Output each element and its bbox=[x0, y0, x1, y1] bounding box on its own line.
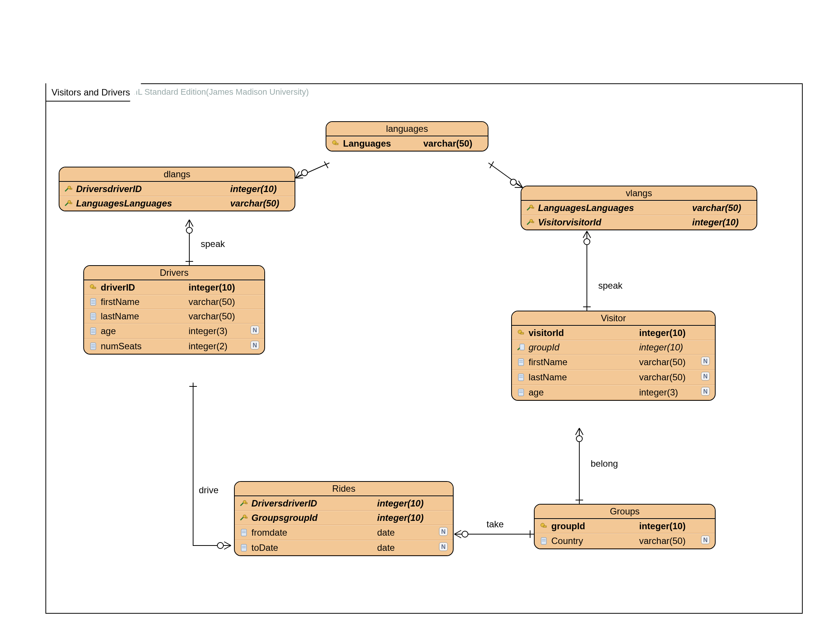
entity-languages[interactable]: languages Languages varchar(50) bbox=[326, 121, 489, 151]
pk-icon bbox=[330, 140, 341, 147]
col-name: groupId bbox=[551, 521, 639, 531]
col-name: driverID bbox=[101, 282, 188, 293]
entity-dlangs[interactable]: dlangs DriversdriverID integer(10) Langu… bbox=[59, 167, 295, 211]
entity-row: groupId integer(10) bbox=[512, 340, 715, 354]
col-name: Country bbox=[551, 536, 639, 546]
col-type: integer(10) bbox=[188, 282, 249, 293]
col-name: age bbox=[101, 326, 188, 336]
col-type: varchar(50) bbox=[188, 311, 249, 322]
entity-row: age integer(3) N bbox=[84, 324, 264, 339]
column-icon bbox=[516, 358, 526, 366]
col-type: varchar(50) bbox=[692, 203, 753, 213]
rel-label-speak-visitor: speak bbox=[598, 280, 622, 291]
rel-label-speak-drivers: speak bbox=[201, 239, 225, 249]
fk-icon bbox=[525, 204, 536, 212]
col-name: fromdate bbox=[251, 527, 377, 538]
entity-row: toDate date N bbox=[235, 540, 453, 555]
svg-rect-58 bbox=[245, 517, 247, 518]
svg-text:N: N bbox=[252, 342, 257, 349]
col-type: varchar(50) bbox=[230, 198, 291, 209]
col-type: varchar(50) bbox=[639, 372, 700, 383]
col-type: integer(3) bbox=[188, 326, 249, 336]
fk-icon bbox=[63, 200, 74, 207]
col-name: LanguagesLanguages bbox=[538, 203, 692, 213]
col-type: integer(10) bbox=[377, 512, 438, 523]
fk-column-icon bbox=[516, 343, 526, 351]
column-icon bbox=[238, 528, 249, 537]
nullable-icon: N bbox=[438, 542, 449, 554]
svg-rect-70 bbox=[544, 526, 547, 527]
entity-title: Rides bbox=[235, 482, 453, 496]
svg-rect-14 bbox=[532, 222, 534, 223]
svg-rect-12 bbox=[532, 207, 534, 208]
col-name: visitorId bbox=[529, 328, 639, 338]
svg-text:N: N bbox=[703, 537, 708, 543]
col-name: toDate bbox=[251, 543, 377, 553]
svg-rect-56 bbox=[245, 503, 247, 504]
entity-row: LanguagesLanguages varchar(50) bbox=[60, 196, 294, 211]
svg-rect-39 bbox=[520, 344, 524, 350]
svg-text:N: N bbox=[441, 528, 445, 535]
fk-icon bbox=[63, 185, 74, 193]
svg-text:N: N bbox=[703, 388, 708, 395]
entity-visitor[interactable]: Visitor visitorId integer(10) groupId in… bbox=[511, 311, 716, 401]
col-name: numSeats bbox=[101, 341, 188, 351]
entity-row: Languages varchar(50) bbox=[326, 136, 488, 151]
column-icon bbox=[88, 342, 98, 350]
col-type: integer(10) bbox=[230, 184, 291, 194]
column-icon bbox=[516, 388, 526, 397]
fk-icon bbox=[238, 500, 249, 507]
entity-row: driverID integer(10) bbox=[84, 280, 264, 295]
svg-text:N: N bbox=[703, 373, 708, 380]
entity-row: DriversdriverID integer(10) bbox=[235, 496, 453, 510]
entity-row: numSeats integer(2) N bbox=[84, 339, 264, 354]
nullable-icon: N bbox=[700, 387, 711, 398]
entity-row: VisitorvisitorId integer(10) bbox=[521, 215, 756, 230]
nullable-icon: N bbox=[249, 341, 261, 352]
entity-title: Groups bbox=[535, 505, 715, 519]
col-type: varchar(50) bbox=[639, 357, 700, 367]
col-name: Languages bbox=[343, 138, 423, 149]
entity-rides[interactable]: Rides DriversdriverID integer(10) Groups… bbox=[234, 481, 453, 556]
entity-row: DriversdriverID integer(10) bbox=[60, 182, 294, 196]
entity-row: LanguagesLanguages varchar(50) bbox=[521, 201, 756, 215]
col-type: varchar(50) bbox=[639, 536, 700, 546]
col-name: lastName bbox=[101, 311, 188, 322]
fk-icon bbox=[525, 219, 536, 226]
nullable-icon: N bbox=[700, 535, 711, 547]
col-name: firstName bbox=[529, 357, 639, 367]
entity-groups[interactable]: Groups groupId integer(10) Country varch… bbox=[534, 504, 716, 549]
svg-text:N: N bbox=[703, 358, 708, 364]
col-type: integer(10) bbox=[639, 521, 700, 531]
entity-title: vlangs bbox=[521, 187, 756, 201]
svg-rect-16 bbox=[93, 287, 96, 289]
pk-icon bbox=[88, 284, 98, 291]
entity-row: groupId integer(10) bbox=[535, 519, 715, 533]
entity-row: lastName varchar(50) bbox=[84, 309, 264, 324]
entity-row: lastName varchar(50) N bbox=[512, 370, 715, 385]
col-type: integer(3) bbox=[639, 387, 700, 398]
col-name: lastName bbox=[529, 372, 639, 383]
entity-title: languages bbox=[326, 122, 488, 136]
col-type: integer(10) bbox=[377, 498, 438, 509]
rel-label-belong: belong bbox=[591, 458, 618, 469]
entity-row: visitorId integer(10) bbox=[512, 326, 715, 340]
col-type: date bbox=[377, 543, 438, 553]
col-type: varchar(50) bbox=[423, 138, 484, 149]
entity-row: firstName varchar(50) N bbox=[512, 354, 715, 370]
entity-title: dlangs bbox=[60, 167, 294, 182]
entity-row: GroupsgroupId integer(10) bbox=[235, 510, 453, 525]
svg-text:N: N bbox=[252, 327, 257, 333]
nullable-icon: N bbox=[438, 527, 449, 538]
svg-text:N: N bbox=[441, 544, 445, 550]
column-icon bbox=[516, 373, 526, 382]
col-name: DriversdriverID bbox=[76, 184, 230, 194]
entity-drivers[interactable]: Drivers driverID integer(10) firstName v… bbox=[83, 265, 265, 354]
pk-icon bbox=[516, 329, 526, 337]
col-type: integer(10) bbox=[692, 217, 753, 228]
entity-vlangs[interactable]: vlangs LanguagesLanguages varchar(50) Vi… bbox=[521, 186, 757, 230]
svg-rect-10 bbox=[70, 203, 72, 204]
col-name: VisitorvisitorId bbox=[538, 217, 692, 228]
svg-rect-8 bbox=[70, 188, 72, 189]
column-icon bbox=[88, 298, 98, 306]
